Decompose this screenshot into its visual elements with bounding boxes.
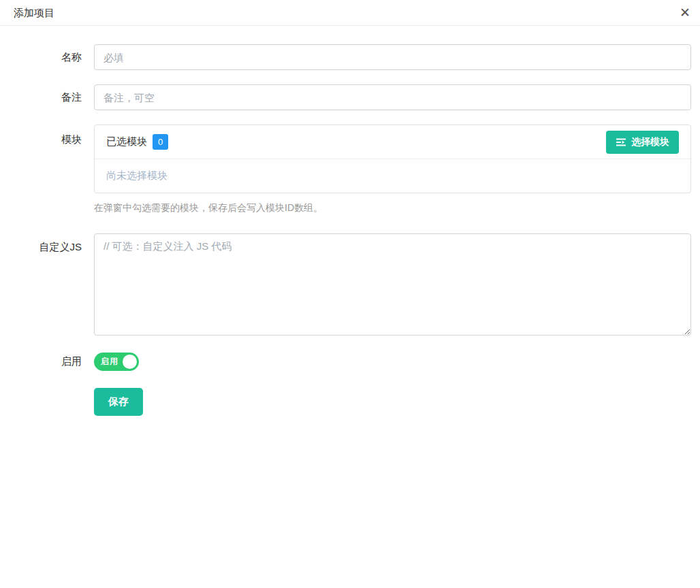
dialog-header: 添加项目 ✕ xyxy=(0,0,700,26)
list-select-icon xyxy=(616,137,626,148)
dialog-title: 添加项目 xyxy=(14,7,54,20)
name-label: 名称 xyxy=(0,51,94,64)
selected-modules-panel: 已选模块 0 xyxy=(94,125,691,193)
add-project-dialog: 添加项目 ✕ 名称 备注 模块 已选模块 xyxy=(0,0,700,416)
modules-label: 模块 xyxy=(0,125,94,146)
choose-modules-button[interactable]: 选择模块 xyxy=(606,131,679,154)
selected-modules-title: 已选模块 xyxy=(106,135,147,148)
custom-js-label: 自定义JS xyxy=(0,233,94,254)
remark-label: 备注 xyxy=(0,91,94,104)
add-project-form: 名称 备注 模块 已选模块 0 xyxy=(0,44,700,416)
name-row: 名称 xyxy=(0,44,691,70)
modules-row: 模块 已选模块 0 xyxy=(0,125,691,214)
remark-input[interactable] xyxy=(94,84,691,110)
enable-label: 启用 xyxy=(0,355,94,368)
remark-row: 备注 xyxy=(0,84,691,110)
save-row: 保存 xyxy=(0,388,691,416)
enable-toggle[interactable]: 启用 xyxy=(94,353,139,371)
selected-modules-body: 尚未选择模块 xyxy=(95,159,690,193)
modules-hint-text: 在弹窗中勾选需要的模块，保存后会写入模块ID数组。 xyxy=(94,202,691,214)
custom-js-textarea[interactable] xyxy=(94,233,691,336)
selected-modules-header: 已选模块 0 xyxy=(95,125,690,159)
enable-toggle-knob xyxy=(123,355,137,369)
close-icon[interactable]: ✕ xyxy=(680,5,690,21)
choose-modules-button-label: 选择模块 xyxy=(631,136,669,148)
selected-count-badge: 0 xyxy=(153,134,168,150)
custom-js-row: 自定义JS xyxy=(0,233,691,336)
modules-empty-text: 尚未选择模块 xyxy=(106,169,168,182)
name-input[interactable] xyxy=(94,44,691,70)
enable-toggle-text: 启用 xyxy=(101,356,118,368)
enable-row: 启用 启用 xyxy=(0,353,691,371)
save-button[interactable]: 保存 xyxy=(94,388,143,416)
